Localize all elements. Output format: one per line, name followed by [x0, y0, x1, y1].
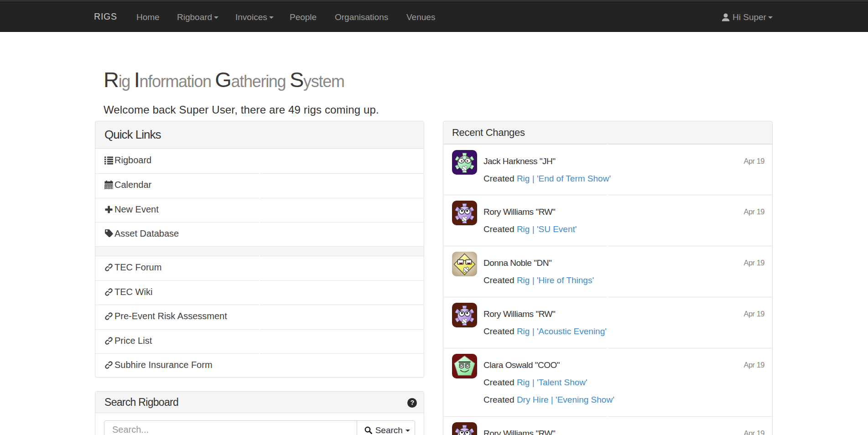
- svg-text:?: ?: [410, 399, 414, 406]
